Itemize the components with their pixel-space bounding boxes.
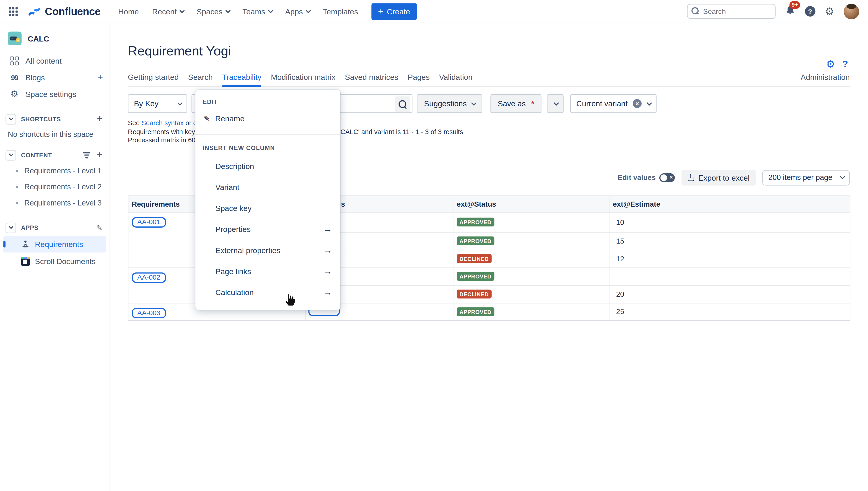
search-submit-button[interactable] bbox=[395, 96, 410, 112]
add-content-icon[interactable]: + bbox=[97, 150, 102, 161]
space-name: CALC bbox=[28, 34, 49, 43]
administration-link[interactable]: Administration bbox=[801, 73, 850, 81]
page-title: Requirement Yogi bbox=[128, 43, 850, 59]
column-header-ext-estimate[interactable]: ext@Estimate bbox=[609, 196, 850, 212]
column-context-menu: EDIT ✎ Rename INSERT NEW COLUMN Descript… bbox=[196, 90, 340, 310]
chevron-down-icon bbox=[553, 100, 559, 106]
tab-getting-started[interactable]: Getting started bbox=[128, 73, 179, 81]
yoga-icon bbox=[21, 240, 30, 249]
items-per-page-select[interactable]: 200 items per page bbox=[762, 170, 850, 185]
nav-item-recent[interactable]: Recent bbox=[152, 7, 183, 16]
collapse-apps-button[interactable] bbox=[5, 222, 16, 233]
sidebar-page-requirements-level-1[interactable]: Requirements - Level 1 bbox=[0, 163, 110, 179]
global-search bbox=[687, 4, 775, 19]
edit-values-toggle[interactable] bbox=[660, 173, 675, 182]
search-syntax-link[interactable]: Search syntax bbox=[142, 119, 184, 127]
scroll-documents-icon bbox=[21, 257, 30, 266]
global-search-input[interactable] bbox=[687, 4, 775, 19]
requirement-pill-aa-001[interactable]: AA-001 bbox=[132, 217, 166, 227]
notifications-button[interactable]: 9+ bbox=[785, 5, 796, 18]
content-section-header: CONTENT + bbox=[0, 147, 110, 163]
menu-item-variant[interactable]: Variant bbox=[196, 177, 340, 198]
plus-icon: + bbox=[378, 7, 384, 16]
chevron-down-icon bbox=[8, 152, 13, 157]
save-as-button[interactable]: Save as * bbox=[490, 94, 541, 113]
menu-item-description[interactable]: Description bbox=[196, 155, 340, 176]
column-header-ext-status[interactable]: ext@Status bbox=[453, 196, 609, 212]
app-switcher-icon[interactable] bbox=[9, 7, 18, 16]
clear-variant-icon[interactable]: × bbox=[633, 99, 641, 108]
menu-item-calculation[interactable]: Calculation→ bbox=[196, 282, 340, 303]
requirement-pill-aa-003[interactable]: AA-003 bbox=[132, 308, 166, 318]
confluence-mark-icon bbox=[28, 6, 41, 17]
tabs-bar: Getting started Search Traceability Modi… bbox=[128, 73, 850, 87]
status-badge: APPROVED bbox=[457, 236, 494, 246]
tab-traceability[interactable]: Traceability bbox=[222, 73, 262, 81]
nav-item-spaces[interactable]: Spaces bbox=[197, 7, 229, 16]
tab-validation[interactable]: Validation bbox=[439, 73, 473, 81]
collapse-content-button[interactable] bbox=[5, 150, 16, 160]
bullet-icon bbox=[16, 170, 18, 172]
edit-apps-pencil-icon[interactable]: ✎ bbox=[96, 224, 102, 232]
chevron-down-icon bbox=[471, 100, 477, 106]
tab-pages[interactable]: Pages bbox=[408, 73, 429, 81]
export-icon bbox=[688, 174, 694, 181]
sidebar-item-space-settings[interactable]: ⚙ Space settings bbox=[0, 86, 110, 103]
matrix-settings-gear-icon[interactable]: ⚙ bbox=[826, 59, 835, 69]
sidebar-item-blogs[interactable]: 99 Blogs + bbox=[0, 69, 110, 86]
notification-badge: 9+ bbox=[789, 1, 800, 9]
suggestions-button[interactable]: Suggestions bbox=[417, 94, 482, 113]
add-blog-icon[interactable]: + bbox=[97, 72, 103, 83]
chevron-down-icon bbox=[268, 8, 273, 13]
edit-values-control: Edit values bbox=[618, 173, 675, 182]
create-button[interactable]: + Create bbox=[371, 3, 417, 20]
estimate-cell bbox=[609, 267, 850, 285]
menu-item-properties[interactable]: Properties→ bbox=[196, 219, 340, 240]
chevron-down-icon bbox=[647, 100, 652, 106]
collapse-shortcuts-button[interactable] bbox=[5, 114, 16, 124]
confluence-logo[interactable]: Confluence bbox=[28, 5, 100, 17]
search-icon bbox=[398, 100, 406, 108]
required-asterisk: * bbox=[531, 99, 534, 108]
add-shortcut-icon[interactable]: + bbox=[97, 114, 102, 125]
space-header[interactable]: + CALC bbox=[0, 23, 110, 53]
sidebar-app-scroll-documents[interactable]: Scroll Documents bbox=[3, 253, 107, 270]
menu-item-rename[interactable]: ✎ Rename bbox=[196, 110, 340, 127]
top-nav-items: Home Recent Spaces Teams Apps Templates bbox=[118, 7, 358, 16]
menu-item-page-links[interactable]: Page links→ bbox=[196, 261, 340, 282]
chevron-down-icon bbox=[8, 116, 13, 121]
confluence-window: Confluence Home Recent Spaces Teams Apps… bbox=[0, 0, 868, 491]
status-badge: APPROVED bbox=[457, 218, 494, 227]
sidebar-item-all-content[interactable]: All content bbox=[0, 53, 110, 69]
nav-item-home[interactable]: Home bbox=[118, 7, 139, 16]
shortcuts-empty-text: No shortcuts in this space bbox=[0, 127, 110, 138]
export-to-excel-button[interactable]: Export to excel bbox=[682, 170, 756, 185]
sidebar-page-requirements-level-3[interactable]: Requirements - Level 3 bbox=[0, 195, 110, 211]
tab-modification-matrix[interactable]: Modification matrix bbox=[271, 73, 335, 81]
tab-saved-matrices[interactable]: Saved matrices bbox=[345, 73, 398, 81]
bullet-icon bbox=[16, 186, 18, 188]
save-as-dropdown-button[interactable] bbox=[547, 94, 564, 113]
sidebar-app-requirements[interactable]: Requirements bbox=[3, 236, 107, 253]
nav-item-teams[interactable]: Teams bbox=[242, 7, 272, 16]
variant-select[interactable]: Current variant × bbox=[570, 94, 657, 113]
help-question-icon[interactable]: ? bbox=[842, 59, 848, 70]
search-mode-select[interactable]: By Key bbox=[128, 94, 187, 113]
chevron-down-icon bbox=[305, 8, 311, 13]
bullet-icon bbox=[16, 202, 18, 204]
chevron-down-icon bbox=[840, 174, 845, 179]
menu-item-space-key[interactable]: Space key bbox=[196, 198, 340, 219]
user-avatar[interactable] bbox=[844, 4, 859, 19]
chevron-down-icon bbox=[8, 224, 13, 229]
filter-icon[interactable] bbox=[83, 150, 90, 160]
menu-section-edit: EDIT bbox=[203, 98, 341, 105]
help-button[interactable]: ? bbox=[805, 6, 815, 17]
requirement-pill-aa-002[interactable]: AA-002 bbox=[132, 272, 166, 283]
settings-gear-icon[interactable]: ⚙ bbox=[825, 6, 834, 17]
nav-item-apps[interactable]: Apps bbox=[285, 7, 310, 16]
nav-item-templates[interactable]: Templates bbox=[323, 7, 358, 16]
tab-search[interactable]: Search bbox=[188, 73, 213, 81]
sidebar-page-requirements-level-2[interactable]: Requirements - Level 2 bbox=[0, 179, 110, 195]
chevron-down-icon bbox=[225, 8, 231, 13]
menu-item-external-properties[interactable]: External properties→ bbox=[196, 240, 340, 261]
